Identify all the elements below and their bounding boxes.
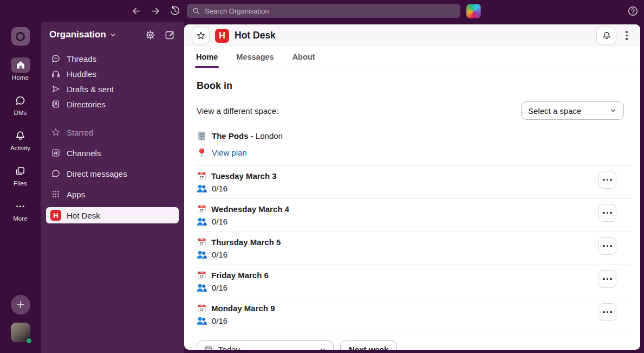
tab-about[interactable]: About: [292, 53, 315, 68]
rail-item-home[interactable]: Home: [11, 57, 30, 81]
rail-item-activity[interactable]: Activity: [10, 128, 30, 151]
search-icon: [192, 7, 200, 15]
kebab-horizontal-icon: [603, 212, 612, 214]
arrow-left-icon: [131, 6, 141, 16]
star-app-button[interactable]: [192, 27, 210, 44]
day-count-text: 0/16: [212, 283, 227, 292]
day-options-button[interactable]: [599, 270, 616, 288]
calendar-emoji-icon: July 17: [197, 204, 207, 214]
rail-item-dms[interactable]: DMs: [11, 93, 30, 116]
history-clock-icon: [170, 5, 180, 16]
history-button[interactable]: [168, 4, 182, 18]
tab-messages[interactable]: Messages: [236, 53, 274, 68]
svg-text:July: July: [200, 272, 203, 274]
sidebar-item-label: Drafts & sent: [67, 85, 114, 94]
svg-text:July: July: [200, 206, 203, 208]
rail-item-more[interactable]: More: [11, 198, 30, 222]
svg-text:17: 17: [200, 208, 204, 212]
compose-button[interactable]: [162, 28, 177, 42]
day-options-button[interactable]: [599, 171, 616, 189]
day-options-button[interactable]: [599, 237, 616, 255]
workspace-logo-icon: [16, 32, 25, 41]
notifications-button[interactable]: [596, 27, 616, 44]
svg-text:July: July: [200, 239, 203, 241]
day-title-text: Tuesday March 3: [211, 171, 277, 181]
view-plan-link[interactable]: View plan: [212, 148, 247, 157]
question-mark-icon: [627, 5, 639, 17]
day-options-button[interactable]: [599, 303, 616, 321]
svg-text:July: July: [200, 172, 203, 175]
hot-desk-app-icon: H: [215, 29, 229, 43]
profile-avatar[interactable]: [466, 4, 481, 18]
sidebar-item-hot-desk[interactable]: H Hot Desk: [46, 207, 179, 223]
svg-text:17: 17: [200, 307, 204, 311]
kebab-vertical-icon: [626, 31, 628, 40]
view-plan-row: View plan: [197, 147, 632, 166]
settings-button[interactable]: [143, 28, 157, 42]
kebab-horizontal-icon: [603, 311, 612, 313]
people-icon: [197, 283, 207, 292]
location-name: The Pods: [212, 131, 249, 140]
bell-icon: [15, 130, 26, 142]
workspace-switcher[interactable]: [11, 27, 30, 46]
day-row-monday: July 17 Monday March 9 0/16: [197, 298, 632, 331]
sidebar-item-direct-messages[interactable]: Direct messages: [46, 166, 179, 181]
rail-item-files[interactable]: Files: [11, 163, 30, 187]
arrow-right-icon: [151, 6, 161, 16]
day-title-text: Thursday March 5: [211, 238, 281, 247]
sidebar-item-channels[interactable]: Channels: [46, 145, 179, 161]
chevron-down-icon: [109, 31, 116, 38]
dm-bubble-icon: [15, 95, 26, 106]
next-week-button[interactable]: Next week: [340, 341, 397, 350]
headphones-icon: [50, 69, 61, 79]
calendar-icon: [204, 345, 213, 350]
svg-text:17: 17: [200, 175, 204, 179]
day-row-thursday: July 17 Thursday March 5 0/16: [197, 232, 632, 265]
forward-button[interactable]: [148, 4, 162, 18]
compose-pencil-icon: [164, 29, 175, 41]
sidebar-item-apps[interactable]: Apps: [46, 187, 179, 202]
create-new-button[interactable]: [11, 295, 30, 315]
day-count-text: 0/16: [212, 316, 227, 325]
sidebar: Organisation: [41, 22, 184, 353]
search-input[interactable]: [205, 7, 455, 15]
sidebar-item-threads[interactable]: Threads: [46, 51, 179, 66]
star-icon: [50, 127, 61, 137]
kebab-horizontal-icon: [603, 179, 612, 181]
tab-home[interactable]: Home: [196, 53, 218, 68]
people-icon: [197, 316, 207, 325]
space-select-value: Select a space: [528, 106, 604, 115]
help-button[interactable]: [626, 4, 640, 18]
calendar-emoji-icon: July 17: [197, 171, 207, 181]
day-title-text: Wednesday March 4: [211, 204, 289, 214]
app-header: H Hot Desk: [184, 24, 640, 47]
day-row-wednesday: July 17 Wednesday March 4 0/16: [197, 199, 632, 232]
day-count-text: 0/16: [212, 250, 227, 259]
search-bar[interactable]: [187, 4, 460, 18]
more-options-button[interactable]: [620, 29, 634, 43]
section-heading: Book in: [197, 80, 632, 92]
day-title-text: Friday March 6: [211, 271, 269, 280]
day-row-tuesday: July 17 Tuesday March 3 0/16: [197, 166, 632, 199]
rail-bottom: [11, 295, 30, 353]
home-icon: [15, 60, 26, 70]
people-icon: [197, 250, 207, 259]
back-button[interactable]: [129, 4, 143, 18]
chevron-down-icon: [609, 107, 617, 114]
day-options-button[interactable]: [599, 204, 616, 222]
sidebar-item-starred[interactable]: Starred: [46, 125, 179, 140]
sidebar-item-huddles[interactable]: Huddles: [46, 66, 179, 81]
gear-icon: [145, 29, 156, 41]
workspace-name[interactable]: Organisation: [49, 29, 106, 40]
home-tab-content: Book in View a different space: Select a…: [184, 68, 640, 350]
space-select[interactable]: Select a space: [521, 101, 624, 120]
sidebar-item-directories[interactable]: Directories: [46, 97, 179, 112]
sidebar-item-drafts-sent[interactable]: Drafts & sent: [46, 81, 179, 97]
top-bar: [0, 0, 644, 22]
sidebar-item-label: Channels: [67, 149, 101, 158]
slack-app-window: Home DMs Activity Files: [0, 0, 644, 353]
location-row: The Pods - London: [197, 131, 632, 141]
user-avatar[interactable]: [11, 323, 30, 342]
week-select[interactable]: Today: [197, 341, 334, 350]
dm-bubble-icon: [50, 169, 61, 178]
